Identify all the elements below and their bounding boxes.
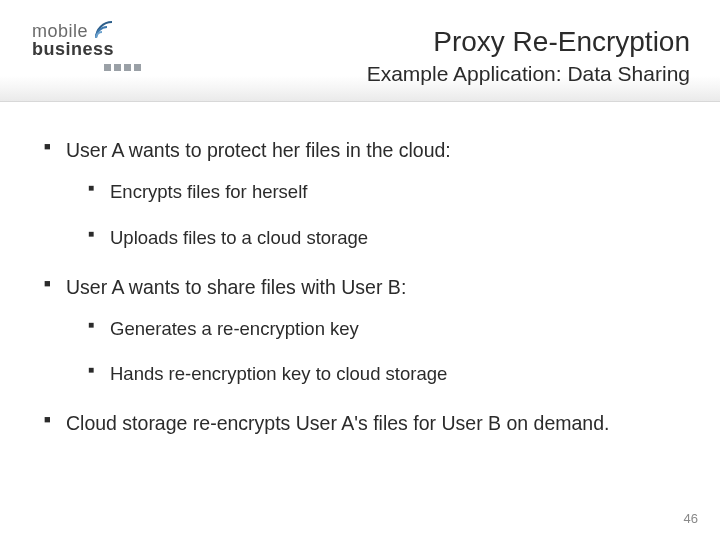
bullet-list: User A wants to protect her files in the… [44,138,680,436]
logo-word-business: business [32,40,141,58]
logo: mobile business [32,20,141,71]
slide-header: mobile business Proxy Re-Encryption Exam… [0,0,720,102]
signal-arc-icon [94,20,120,40]
sub-list: Encrypts files for herself Uploads files… [66,180,680,248]
list-item: User A wants to share files with User B:… [44,275,680,386]
logo-word-mobile: mobile [32,22,88,40]
slide-title: Proxy Re-Encryption [433,26,690,58]
list-item: Uploads files to a cloud storage [88,226,680,249]
list-item: Cloud storage re-encrypts User A's files… [44,411,680,435]
list-item-text: Uploads files to a cloud storage [110,227,368,248]
list-item: Encrypts files for herself [88,180,680,203]
logo-dots-icon [104,64,141,71]
sub-list: Generates a re-encryption key Hands re-e… [66,317,680,385]
list-item: User A wants to protect her files in the… [44,138,680,249]
list-item: Generates a re-encryption key [88,317,680,340]
list-item-text: Cloud storage re-encrypts User A's files… [66,412,609,434]
list-item-text: Encrypts files for herself [110,181,307,202]
slide: mobile business Proxy Re-Encryption Exam… [0,0,720,540]
list-item-text: User A wants to protect her files in the… [66,139,451,161]
list-item-text: User A wants to share files with User B: [66,276,406,298]
page-number: 46 [684,511,698,526]
list-item: Hands re-encryption key to cloud storage [88,362,680,385]
slide-body: User A wants to protect her files in the… [0,102,720,436]
list-item-text: Hands re-encryption key to cloud storage [110,363,447,384]
list-item-text: Generates a re-encryption key [110,318,359,339]
slide-subtitle: Example Application: Data Sharing [367,62,690,86]
logo-text-row: mobile [32,20,141,40]
